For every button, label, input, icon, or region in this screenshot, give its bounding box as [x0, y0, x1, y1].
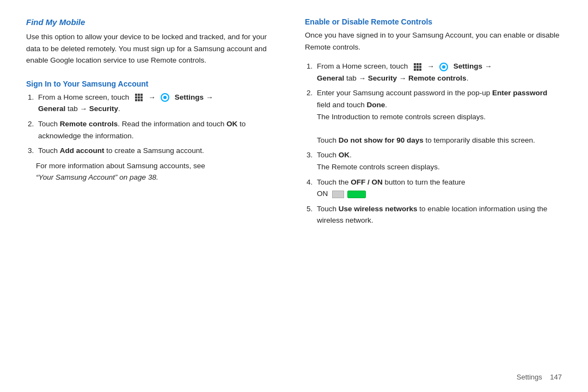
svg-rect-5	[140, 96, 143, 99]
right-step-2: Enter your Samsung account password in t…	[315, 87, 562, 146]
svg-rect-4	[138, 96, 140, 99]
grid-icon-2	[413, 63, 422, 71]
security-label: Security	[89, 105, 118, 113]
settings-label: Settings	[175, 93, 204, 101]
svg-rect-13	[419, 63, 421, 65]
page-content: Find My Mobile Use this option to allow …	[0, 0, 588, 392]
svg-rect-16	[419, 66, 421, 68]
settings-label-2: Settings	[454, 62, 482, 70]
settings-icon-2	[439, 63, 448, 71]
general-label: General	[38, 105, 65, 113]
enable-disable-title: Enable or Disable Remote Controls	[305, 17, 562, 26]
off-on-label: OFF / ON	[351, 178, 383, 186]
remote-controls-label: Remote controls	[60, 120, 118, 128]
svg-rect-6	[135, 99, 137, 101]
svg-rect-7	[138, 99, 140, 101]
find-my-mobile-body: Use this option to allow your device to …	[26, 31, 283, 66]
svg-rect-8	[140, 99, 143, 101]
general-tab-label: General	[317, 74, 344, 82]
svg-rect-2	[140, 94, 143, 96]
svg-rect-3	[135, 96, 137, 99]
enable-disable-steps: From a Home screen, touch →	[315, 60, 562, 230]
intro-screen-text: The Introduction to remote controls scre…	[317, 113, 486, 121]
enable-disable-body: Once you have signed in to your Samsung …	[305, 29, 562, 53]
footer: Settings 147	[517, 373, 562, 381]
do-not-show-label: Do not show for 90 days	[339, 136, 424, 144]
svg-rect-19	[419, 69, 421, 71]
enter-password-label: Enter password	[492, 89, 547, 97]
right-column: Enable or Disable Remote Controls Once y…	[305, 17, 562, 375]
done-label: Done	[367, 101, 385, 109]
toggle-off[interactable]	[332, 191, 344, 198]
svg-rect-17	[414, 69, 416, 71]
svg-point-10	[163, 96, 167, 99]
ok-label-2: OK	[339, 151, 350, 159]
step-2: Touch Remote controls. Read the informat…	[36, 118, 283, 142]
grid-icon	[134, 93, 143, 102]
sign-in-steps: From a Home screen, touch	[36, 91, 283, 157]
toggle-on[interactable]	[347, 191, 366, 198]
svg-rect-1	[138, 94, 140, 96]
add-account-label: Add account	[60, 146, 105, 155]
svg-rect-0	[135, 94, 137, 96]
svg-rect-11	[414, 63, 416, 65]
svg-rect-12	[416, 63, 419, 65]
settings-icon	[161, 93, 169, 102]
sign-in-title: Sign In to Your Samsung Account	[26, 79, 283, 88]
extra-text: For more information about Samsung accou…	[36, 160, 283, 183]
step-3: Touch Add account to create a Samsung ac…	[36, 145, 283, 157]
svg-rect-15	[416, 66, 419, 68]
find-my-mobile-title: Find My Mobile	[26, 17, 283, 27]
svg-rect-14	[414, 66, 416, 68]
right-step-4: Touch the OFF / ON button to turn the fe…	[315, 176, 562, 200]
left-column: Find My Mobile Use this option to allow …	[26, 17, 283, 375]
remote-screen-text: The Remote controls screen displays.	[317, 163, 440, 171]
right-step-5: Touch Use wireless networks to enable lo…	[315, 203, 562, 226]
ok-label: OK	[226, 120, 237, 128]
svg-point-21	[442, 65, 445, 69]
right-step-1: From a Home screen, touch →	[315, 60, 562, 84]
svg-rect-18	[416, 69, 419, 71]
step-1: From a Home screen, touch	[36, 91, 283, 115]
remote-controls-label-2: Remote controls	[408, 74, 467, 82]
page-number: 147	[550, 373, 562, 381]
right-step-3: Touch OK. The Remote controls screen dis…	[315, 149, 562, 173]
security-label-2: Security	[368, 74, 397, 82]
see-reference: “Your Samsung Account” on page 38.	[36, 173, 158, 181]
use-wireless-label: Use wireless networks	[339, 205, 418, 213]
footer-settings-label: Settings	[517, 373, 542, 381]
